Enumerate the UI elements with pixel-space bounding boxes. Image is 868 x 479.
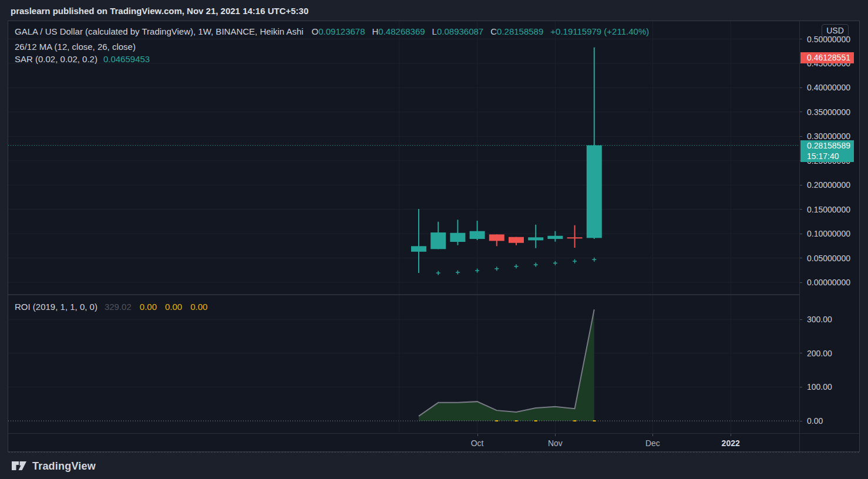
roi-legend-row: ROI (2019, 1, 1, 0, 0) 329.02 0.00 0.00 … [15, 302, 207, 312]
last-price-value: 0.28158589 [807, 140, 854, 151]
sar-label: SAR (0.02, 0.02, 0.2) [15, 54, 97, 64]
roi-label: ROI (2019, 1, 1, 0, 0) [15, 302, 97, 312]
axis-tick-label: 0.00 [807, 416, 823, 426]
roi-main-value: 329.02 [105, 302, 132, 312]
sar-indicator-row: SAR (0.02, 0.02, 0.2) 0.04659453 [15, 53, 649, 64]
price-legend: GALA / US Dollar (calculated by TradingV… [15, 26, 649, 64]
tradingview-logo-link[interactable]: TradingView [12, 460, 96, 473]
axis-tick-label: 0.35000000 [807, 107, 850, 117]
axis-tick-label: 0.50000000 [807, 35, 850, 44]
high-price-badge: 0.46128551 [800, 52, 854, 63]
roi-area-fill [419, 309, 594, 421]
time-axis-tick [731, 434, 731, 436]
axis-tick-label: 0.40000000 [807, 83, 850, 92]
axis-tick-mark [800, 39, 802, 39]
price-pane[interactable]: GALA / US Dollar (calculated by TradingV… [8, 21, 799, 294]
sar-dot [514, 264, 519, 268]
axis-tick-label: 0.15000000 [807, 205, 850, 214]
ohlc-high: H0.48268369 [372, 26, 425, 36]
time-axis-tick [477, 434, 478, 436]
ohlc-open: O0.09123678 [312, 26, 365, 36]
change-value: +0.19115979 (+211.40%) [550, 26, 649, 36]
candle-body [587, 146, 602, 238]
time-axis-label: Oct [471, 438, 484, 448]
time-axis-label: Nov [548, 438, 563, 448]
candle-body [547, 236, 563, 239]
axis-tick-mark [800, 209, 802, 210]
time-axis-label: Dec [645, 438, 660, 448]
published-chart-page: praslearn published on TradingView.com, … [0, 0, 868, 479]
candle-body [470, 231, 485, 239]
sar-dot [456, 271, 460, 275]
time-axis-label: 2022 [722, 438, 740, 448]
ma-indicator-row: 26/12 MA (12, close, 26, close) [15, 41, 649, 52]
axis-tick-label: 300.00 [807, 315, 832, 324]
roi-zero-marker [573, 420, 576, 421]
axis-tick-label: 100.00 [807, 382, 832, 392]
candle-body [489, 234, 504, 241]
axis-tick-mark [800, 421, 802, 421]
axis-tick-label: 0.00000000 [807, 278, 850, 287]
candle-body [567, 237, 583, 238]
sar-dot [534, 262, 538, 267]
tradingview-wordmark: TradingView [32, 460, 96, 473]
axis-tick-mark [800, 282, 802, 283]
roi-pane[interactable]: ROI (2019, 1, 1, 0, 0) 329.02 0.00 0.00 … [8, 295, 799, 433]
roi-value-1: 0.00 [140, 302, 157, 312]
ohlc-close: C0.28158589 [490, 26, 543, 36]
axis-tick-mark [800, 353, 802, 353]
sar-dot [553, 261, 557, 265]
axis-tick-label: 0.05000000 [807, 254, 850, 263]
candle-body [509, 237, 524, 243]
roi-zero-marker [534, 420, 537, 421]
roi-chart-canvas[interactable] [8, 295, 799, 433]
axis-tick-mark [800, 112, 802, 112]
chart-container: GALA / US Dollar (calculated by TradingV… [8, 21, 860, 452]
roi-zero-marker [495, 420, 498, 421]
axis-tick-mark [800, 185, 802, 185]
roi-zero-marker [515, 420, 518, 421]
countdown-timer: 15:17:40 [807, 151, 854, 161]
axis-tick-mark [800, 234, 802, 234]
roi-value-2: 0.00 [165, 302, 182, 312]
ma-label: 26/12 MA (12, close, 26, close) [15, 42, 136, 52]
axis-tick-label: 200.00 [807, 349, 832, 358]
time-axis[interactable]: OctNovDec2022 [8, 433, 859, 453]
price-axis[interactable]: USD 0.46128551 0.28158589 15:17:40 0.500… [799, 21, 860, 451]
last-price-badge: 0.28158589 15:17:40 [800, 140, 854, 162]
symbol-row: GALA / US Dollar (calculated by TradingV… [15, 26, 649, 36]
sar-value: 0.04659453 [103, 54, 150, 64]
candle-body [430, 232, 446, 249]
sar-dot [573, 259, 577, 264]
roi-value-3: 0.00 [190, 302, 207, 312]
axis-tick-mark [800, 387, 802, 387]
ohlc-low: L0.08936087 [432, 26, 484, 36]
axis-tick-mark [800, 258, 802, 258]
time-axis-tick [555, 434, 556, 436]
attribution-text: praslearn published on TradingView.com, … [11, 5, 308, 18]
axis-tick-mark [800, 87, 802, 88]
candle-body [450, 233, 465, 242]
sar-dot [475, 269, 479, 273]
candle-body [528, 237, 543, 240]
axis-tick-mark [800, 136, 802, 137]
axis-tick-label: 0.10000000 [807, 229, 850, 238]
symbol-title: GALA / US Dollar (calculated by TradingV… [15, 26, 304, 36]
axis-tick-label: 0.20000000 [807, 180, 850, 190]
axis-tick-label: 0.30000000 [807, 131, 850, 141]
sar-dot [494, 267, 499, 271]
tradingview-icon [12, 461, 27, 471]
time-axis-tick [652, 434, 653, 436]
roi-line [419, 309, 594, 416]
candle-body [411, 246, 426, 251]
roi-zero-marker [593, 420, 596, 421]
axis-tick-mark [800, 319, 802, 320]
sar-dot [436, 271, 440, 275]
